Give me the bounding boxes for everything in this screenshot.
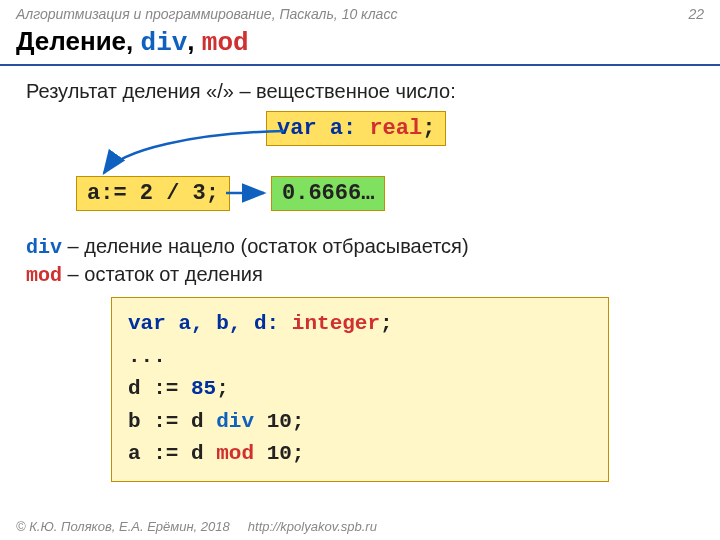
div-explanation: div – деление нацело (остаток отбрасывае… bbox=[26, 235, 694, 259]
div-keyword: div bbox=[26, 236, 62, 259]
title-keyword-div: div bbox=[141, 28, 188, 58]
result-value: 0.6666… bbox=[282, 181, 374, 206]
var-post: ; bbox=[422, 116, 435, 141]
footer-url: http://kpolyakov.spb.ru bbox=[248, 519, 377, 534]
code-line-1: var a, b, d: integer; bbox=[128, 308, 592, 341]
title-text: Деление, bbox=[16, 26, 141, 56]
result-box: 0.6666… bbox=[271, 176, 385, 211]
mod-keyword: mod bbox=[26, 264, 62, 287]
intro-text: Результат деления «/» – вещественное чис… bbox=[26, 80, 694, 103]
title-keyword-mod: mod bbox=[202, 28, 249, 58]
var-type: real bbox=[369, 116, 422, 141]
var-declaration-box: var a: real; bbox=[266, 111, 446, 146]
assignment-box: a:= 2 / 3; bbox=[76, 176, 230, 211]
copyright: © К.Ю. Поляков, Е.А. Ерёмин, 2018 bbox=[16, 519, 230, 534]
assign-code: a:= 2 / 3; bbox=[87, 181, 219, 206]
code-line-4: b := d div 10; bbox=[128, 406, 592, 439]
slide-header: Алгоритмизация и программирование, Паска… bbox=[0, 0, 720, 24]
breadcrumb: Алгоритмизация и программирование, Паска… bbox=[16, 6, 397, 22]
code-line-2: ... bbox=[128, 341, 592, 374]
page-number: 22 bbox=[688, 6, 704, 22]
code-line-5: a := d mod 10; bbox=[128, 438, 592, 471]
curve-arrow-icon bbox=[104, 131, 284, 173]
code-line-3: d := 85; bbox=[128, 373, 592, 406]
mod-explanation: mod – остаток от деления bbox=[26, 263, 694, 287]
example-stage: var a: real; a:= 2 / 3; 0.6666… bbox=[26, 111, 694, 231]
title-sep: , bbox=[187, 26, 201, 56]
var-pre: var a: bbox=[277, 116, 369, 141]
mod-text: – остаток от деления bbox=[62, 263, 263, 285]
slide-title: Деление, div, mod bbox=[0, 24, 720, 66]
code-block: var a, b, d: integer; ... d := 85; b := … bbox=[111, 297, 609, 482]
div-text: – деление нацело (остаток отбрасывается) bbox=[62, 235, 469, 257]
slide-footer: © К.Ю. Поляков, Е.А. Ерёмин, 2018 http:/… bbox=[0, 515, 720, 540]
slide-content: Результат деления «/» – вещественное чис… bbox=[0, 66, 720, 482]
